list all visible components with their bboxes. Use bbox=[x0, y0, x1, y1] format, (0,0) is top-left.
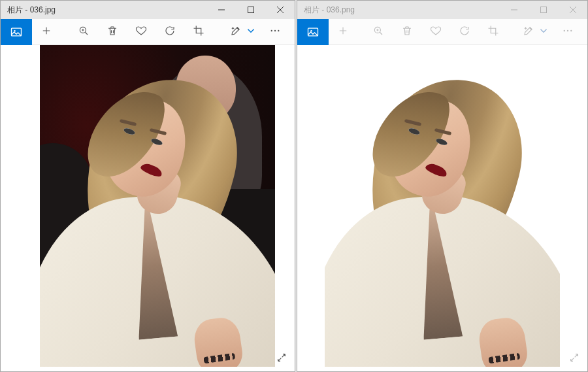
canvas bbox=[297, 45, 587, 371]
svg-rect-7 bbox=[540, 7, 546, 13]
fullscreen-button[interactable] bbox=[276, 352, 287, 365]
minimize-button[interactable] bbox=[499, 1, 529, 19]
photo-background-removed bbox=[325, 45, 560, 367]
photos-window-png: 相片 - 036.png bbox=[297, 0, 588, 372]
edit-dropdown[interactable] bbox=[538, 19, 549, 45]
maximize-button[interactable] bbox=[236, 1, 265, 19]
svg-point-11 bbox=[564, 30, 565, 31]
plus-icon bbox=[337, 25, 349, 39]
svg-point-13 bbox=[570, 30, 572, 31]
fullscreen-button[interactable] bbox=[569, 352, 580, 365]
chevron-down-icon bbox=[245, 25, 257, 39]
heart-icon bbox=[135, 25, 147, 39]
svg-rect-0 bbox=[248, 7, 253, 13]
close-button[interactable] bbox=[265, 1, 295, 19]
crop-icon bbox=[487, 25, 499, 39]
trash-icon bbox=[106, 25, 118, 39]
close-button[interactable] bbox=[558, 1, 587, 19]
delete-button[interactable] bbox=[98, 19, 127, 45]
zoom-button[interactable] bbox=[364, 19, 393, 45]
plus-icon bbox=[41, 25, 52, 39]
more-button[interactable] bbox=[261, 19, 289, 45]
add-button[interactable] bbox=[32, 19, 61, 45]
crop-button[interactable] bbox=[184, 19, 213, 45]
crop-icon bbox=[193, 25, 204, 39]
favorite-button[interactable] bbox=[421, 19, 450, 45]
zoom-button[interactable] bbox=[69, 19, 98, 45]
photo-with-background bbox=[40, 45, 275, 367]
rotate-icon bbox=[459, 25, 470, 39]
window-title: 相片 - 036.png bbox=[297, 5, 355, 16]
favorite-button[interactable] bbox=[127, 19, 155, 45]
trash-icon bbox=[401, 25, 413, 39]
svg-point-6 bbox=[278, 30, 279, 31]
toolbar bbox=[1, 19, 295, 45]
toolbar bbox=[297, 19, 587, 45]
svg-point-12 bbox=[567, 30, 568, 31]
more-icon bbox=[269, 25, 281, 39]
window-title: 相片 - 036.jpg bbox=[1, 5, 56, 16]
crop-button[interactable] bbox=[479, 19, 508, 45]
photos-window-jpg: 相片 - 036.jpg bbox=[0, 0, 295, 372]
zoom-in-icon bbox=[78, 25, 90, 39]
maximize-button[interactable] bbox=[529, 1, 558, 19]
zoom-in-icon bbox=[372, 25, 384, 39]
edit-icon bbox=[523, 25, 534, 39]
edit-dropdown[interactable] bbox=[245, 19, 257, 45]
svg-point-5 bbox=[274, 30, 276, 31]
edit-icon bbox=[230, 25, 242, 39]
rotate-icon bbox=[164, 25, 176, 39]
delete-button[interactable] bbox=[393, 19, 421, 45]
minimize-button[interactable] bbox=[206, 1, 236, 19]
view-all-photos-button[interactable] bbox=[297, 19, 329, 45]
svg-point-4 bbox=[271, 30, 272, 31]
canvas bbox=[1, 45, 295, 371]
add-button[interactable] bbox=[329, 19, 357, 45]
chevron-down-icon bbox=[538, 25, 549, 39]
titlebar[interactable]: 相片 - 036.jpg bbox=[1, 1, 295, 19]
titlebar[interactable]: 相片 - 036.png bbox=[297, 1, 587, 19]
more-icon bbox=[562, 25, 574, 39]
heart-icon bbox=[430, 25, 442, 39]
view-all-photos-button[interactable] bbox=[1, 19, 32, 45]
more-button[interactable] bbox=[553, 19, 582, 45]
rotate-button[interactable] bbox=[450, 19, 479, 45]
rotate-button[interactable] bbox=[155, 19, 184, 45]
